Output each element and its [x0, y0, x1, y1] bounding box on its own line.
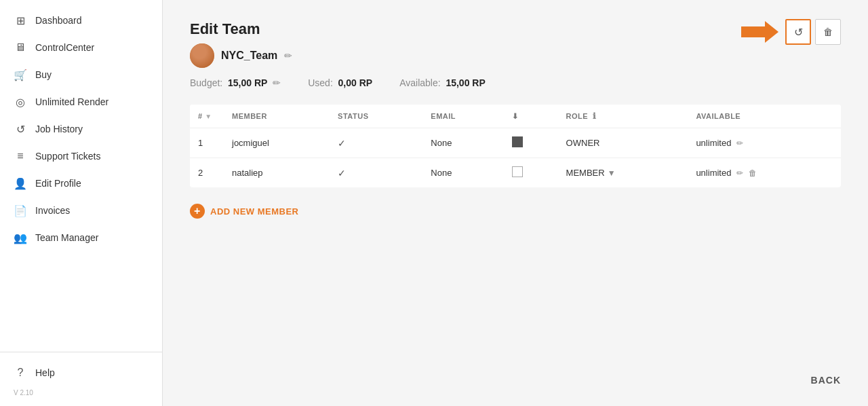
sidebar-item-team-manager[interactable]: 👥 Team Manager — [0, 224, 162, 251]
available-text-0: unlimited — [696, 138, 731, 148]
orange-arrow-icon — [741, 20, 778, 44]
cell-num-1: 2 — [190, 158, 224, 188]
header-actions: ↺ 🗑 — [741, 19, 841, 45]
svg-marker-0 — [741, 21, 778, 43]
sidebar-label-edit-profile: Edit Profile — [35, 178, 81, 189]
table-body: 1 jocmiguel ✓ None OWNER unlimited ✏ — [190, 128, 841, 188]
sidebar-bottom: ? Help V 2.10 — [0, 352, 162, 399]
sidebar: ⊞ Dashboard 🖥 ControlCenter 🛒 Buy ◎ Unli… — [0, 0, 163, 406]
role-text-1: MEMBER — [566, 168, 605, 178]
col-role: ROLE ℹ — [558, 105, 688, 128]
delete-button[interactable]: 🗑 — [815, 19, 841, 45]
control-center-icon: 🖥 — [14, 41, 27, 54]
sidebar-item-unlimited-render[interactable]: ◎ Unlimited Render — [0, 88, 162, 115]
budget-row: Budget: 15,00 RP ✏ Used: 0,00 RP Availab… — [190, 77, 841, 88]
team-name-edit-icon[interactable]: ✏ — [284, 50, 292, 61]
used-section: Used: 0,00 RP — [308, 77, 372, 88]
table-row: 1 jocmiguel ✓ None OWNER unlimited ✏ — [190, 128, 841, 158]
table-header: # ▼ MEMBER STATUS EMAIL ⬇ ROLE ℹ AVAILAB… — [190, 105, 841, 128]
delete-icon: 🗑 — [823, 26, 833, 37]
cell-role-0: OWNER — [558, 128, 688, 158]
role-dropdown-${idx}[interactable]: ▼ — [608, 168, 616, 178]
budget-section: Budget: 15,00 RP ✏ — [190, 77, 281, 88]
team-name-text: NYC_Team — [221, 50, 277, 62]
available-section: Available: 15,00 RP — [399, 77, 486, 88]
available-edit-icon-0[interactable]: ✏ — [736, 139, 743, 148]
sidebar-label-job-history: Job History — [35, 124, 83, 134]
sidebar-item-job-history[interactable]: ↺ Job History — [0, 115, 162, 143]
col-available: AVAILABLE — [688, 105, 841, 128]
back-button[interactable]: BACK — [811, 375, 841, 386]
available-label: Available: — [399, 77, 440, 88]
version-label: V 2.10 — [0, 386, 162, 399]
help-icon: ? — [14, 366, 27, 380]
cell-status-1: ✓ — [330, 158, 422, 188]
invoices-icon: 📄 — [14, 204, 27, 217]
team-manager-icon: 👥 — [14, 231, 27, 244]
sidebar-label-control-center: ControlCenter — [35, 42, 94, 53]
sidebar-item-edit-profile[interactable]: 👤 Edit Profile — [0, 170, 162, 197]
history-icon: ↺ — [794, 26, 803, 39]
sidebar-item-buy[interactable]: 🛒 Buy — [0, 61, 162, 88]
add-member-label: ADD NEW MEMBER — [210, 206, 299, 217]
swatch-filled[interactable] — [512, 136, 523, 147]
cell-available-0: unlimited ✏ — [688, 128, 841, 158]
add-member-button[interactable]: + ADD NEW MEMBER — [190, 204, 299, 219]
sidebar-label-buy: Buy — [35, 69, 52, 80]
support-tickets-icon: ≡ — [14, 149, 27, 163]
edit-profile-icon: 👤 — [14, 177, 27, 190]
cell-swatch-0 — [504, 128, 557, 158]
cell-email-0: None — [422, 128, 504, 158]
role-text-0: OWNER — [566, 138, 600, 148]
sidebar-item-help[interactable]: ? Help — [0, 359, 162, 386]
cell-member-1: nataliep — [224, 158, 330, 188]
cell-num-0: 1 — [190, 128, 224, 158]
sidebar-label-dashboard: Dashboard — [35, 15, 82, 26]
role-info-icon: ℹ — [593, 111, 597, 121]
main-content: Edit Team NYC_Team ✏ Budget: 15,00 RP ✏ … — [163, 0, 868, 406]
add-circle-icon: + — [190, 204, 205, 219]
check-icon-1: ✓ — [338, 168, 346, 179]
cell-email-1: None — [422, 158, 504, 188]
team-avatar — [190, 43, 214, 68]
cell-role-1: MEMBER ▼ — [558, 158, 688, 188]
cell-member-0: jocmiguel — [224, 128, 330, 158]
sidebar-label-team-manager: Team Manager — [35, 232, 98, 243]
team-name-row: NYC_Team ✏ — [190, 43, 841, 68]
budget-value: 15,00 RP — [228, 77, 267, 88]
available-edit-icon-1[interactable]: ✏ — [736, 168, 743, 178]
table-row: 2 nataliep ✓ None MEMBER ▼ unlimited ✏ 🗑 — [190, 158, 841, 188]
sidebar-item-label-help: Help — [35, 367, 55, 378]
job-history-icon: ↺ — [14, 122, 27, 136]
budget-edit-icon[interactable]: ✏ — [273, 77, 281, 88]
dashboard-icon: ⊞ — [14, 14, 27, 27]
available-delete-icon-1[interactable]: 🗑 — [749, 168, 757, 178]
cell-available-1: unlimited ✏ 🗑 — [688, 158, 841, 188]
unlimited-render-icon: ◎ — [14, 95, 27, 109]
col-download: ⬇ — [504, 105, 557, 128]
cell-swatch-1 — [504, 158, 557, 188]
budget-label: Budget: — [190, 77, 222, 88]
history-button[interactable]: ↺ — [785, 19, 811, 45]
col-status: STATUS — [330, 105, 422, 128]
available-text-1: unlimited — [696, 168, 731, 178]
sidebar-item-dashboard[interactable]: ⊞ Dashboard — [0, 7, 162, 34]
check-icon-0: ✓ — [338, 138, 346, 149]
col-member: MEMBER — [224, 105, 330, 128]
col-num: # ▼ — [190, 105, 224, 128]
members-table: # ▼ MEMBER STATUS EMAIL ⬇ ROLE ℹ AVAILAB… — [190, 105, 841, 187]
col-email: EMAIL — [422, 105, 504, 128]
sidebar-label-invoices: Invoices — [35, 205, 70, 216]
sidebar-label-support-tickets: Support Tickets — [35, 151, 101, 162]
cell-status-0: ✓ — [330, 128, 422, 158]
sidebar-item-support-tickets[interactable]: ≡ Support Tickets — [0, 143, 162, 170]
sidebar-item-invoices[interactable]: 📄 Invoices — [0, 197, 162, 224]
used-label: Used: — [308, 77, 333, 88]
sidebar-item-control-center[interactable]: 🖥 ControlCenter — [0, 34, 162, 61]
swatch-empty[interactable] — [512, 166, 523, 177]
available-value: 15,00 RP — [446, 77, 485, 88]
sort-arrow-icon[interactable]: ▼ — [205, 113, 212, 120]
buy-icon: 🛒 — [14, 68, 27, 81]
used-value: 0,00 RP — [338, 77, 373, 88]
sidebar-label-unlimited-render: Unlimited Render — [35, 96, 108, 107]
